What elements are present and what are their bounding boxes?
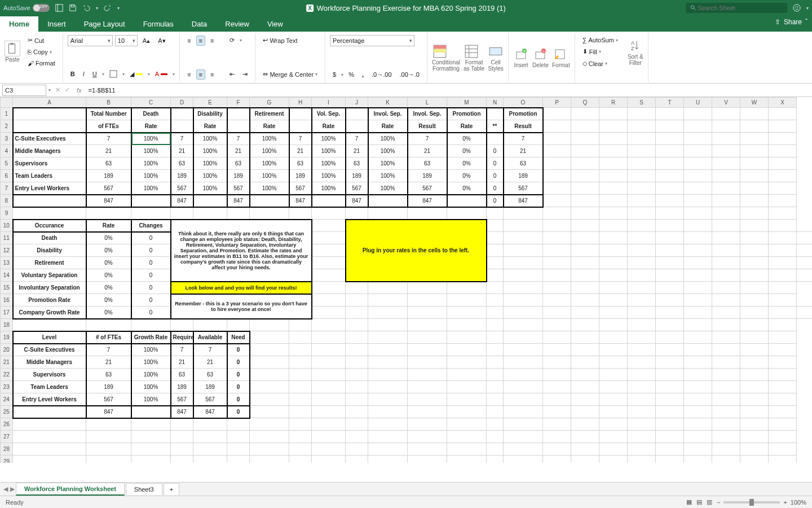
cell[interactable] bbox=[599, 381, 628, 393]
cell[interactable]: Rate bbox=[86, 220, 131, 232]
cell[interactable] bbox=[712, 182, 740, 195]
cell[interactable] bbox=[543, 170, 571, 182]
cell[interactable] bbox=[346, 294, 368, 306]
cell[interactable]: 189 bbox=[171, 170, 193, 182]
borders-button[interactable] bbox=[107, 68, 120, 80]
tab-insert[interactable]: Insert bbox=[38, 16, 75, 32]
cell[interactable]: 100% bbox=[368, 157, 408, 170]
cell[interactable] bbox=[487, 418, 504, 431]
cell[interactable]: 0 bbox=[131, 306, 171, 319]
cell[interactable] bbox=[543, 356, 571, 369]
cell[interactable] bbox=[628, 133, 656, 145]
cell[interactable] bbox=[656, 220, 684, 232]
cell[interactable] bbox=[684, 306, 712, 319]
cell[interactable]: 100% bbox=[131, 182, 171, 195]
cell[interactable] bbox=[289, 443, 312, 456]
col-header-E[interactable]: E bbox=[193, 98, 227, 108]
cell[interactable] bbox=[312, 244, 346, 257]
cell[interactable]: Occurance bbox=[13, 220, 86, 232]
cell[interactable] bbox=[628, 170, 656, 182]
cell[interactable] bbox=[571, 220, 599, 232]
cell[interactable]: 0% bbox=[86, 294, 131, 306]
cell[interactable] bbox=[250, 195, 289, 207]
row-header[interactable]: 14 bbox=[1, 269, 13, 282]
cell[interactable]: Invol. Sep. bbox=[408, 108, 447, 120]
cell[interactable] bbox=[487, 232, 504, 244]
cell[interactable]: 63 bbox=[289, 157, 312, 170]
cell[interactable] bbox=[408, 306, 447, 319]
cell[interactable] bbox=[171, 108, 193, 120]
cell[interactable] bbox=[571, 195, 599, 207]
row-header[interactable]: 13 bbox=[1, 257, 13, 269]
cell[interactable] bbox=[447, 406, 487, 418]
row-header[interactable]: 19 bbox=[1, 331, 13, 344]
cell[interactable]: Entry Level Workers bbox=[13, 393, 86, 406]
cell[interactable] bbox=[599, 232, 628, 244]
cell[interactable] bbox=[571, 282, 599, 294]
account-icon[interactable] bbox=[793, 4, 801, 12]
cell[interactable] bbox=[312, 418, 346, 431]
cell[interactable] bbox=[656, 306, 684, 319]
cell[interactable] bbox=[684, 269, 712, 282]
cell[interactable]: 0 bbox=[131, 282, 171, 294]
cell[interactable] bbox=[250, 207, 289, 220]
cell[interactable] bbox=[599, 207, 628, 220]
cell[interactable]: 0 bbox=[131, 257, 171, 269]
cell[interactable] bbox=[740, 431, 769, 443]
cell[interactable] bbox=[408, 443, 447, 456]
cell[interactable] bbox=[712, 356, 740, 369]
cell[interactable] bbox=[712, 244, 740, 257]
cell[interactable]: 63 bbox=[408, 157, 447, 170]
cell[interactable]: 189 bbox=[86, 170, 131, 182]
cell[interactable]: 567 bbox=[289, 182, 312, 195]
cell[interactable] bbox=[599, 406, 628, 418]
cell[interactable] bbox=[712, 294, 740, 306]
cell[interactable]: 100% bbox=[131, 369, 171, 381]
row-header[interactable]: 15 bbox=[1, 282, 13, 294]
cell[interactable] bbox=[571, 244, 599, 257]
cell[interactable] bbox=[769, 232, 797, 244]
cell[interactable] bbox=[447, 344, 487, 356]
cell[interactable] bbox=[571, 120, 599, 133]
cell[interactable] bbox=[599, 120, 628, 133]
cell[interactable]: 0 bbox=[131, 244, 171, 257]
cell[interactable]: 21 bbox=[171, 145, 193, 157]
cell[interactable] bbox=[504, 257, 543, 269]
layout-icon[interactable] bbox=[55, 4, 63, 12]
cell[interactable] bbox=[408, 406, 447, 418]
cell[interactable] bbox=[571, 393, 599, 406]
cell[interactable]: Death bbox=[131, 108, 171, 120]
cell[interactable] bbox=[289, 369, 312, 381]
cell[interactable]: 0 bbox=[227, 369, 250, 381]
cell[interactable] bbox=[13, 195, 86, 207]
cell[interactable] bbox=[504, 207, 543, 220]
row-header[interactable]: 7 bbox=[1, 182, 13, 195]
cell[interactable] bbox=[769, 182, 797, 195]
cell[interactable] bbox=[487, 207, 504, 220]
row-header[interactable]: 2 bbox=[1, 120, 13, 133]
cell[interactable] bbox=[250, 443, 289, 456]
col-header-C[interactable]: C bbox=[131, 98, 171, 108]
row-header[interactable]: 12 bbox=[1, 244, 13, 257]
cell[interactable]: 63 bbox=[171, 157, 193, 170]
cell[interactable] bbox=[543, 456, 571, 463]
cell[interactable]: 7 bbox=[408, 133, 447, 145]
cell[interactable]: 100% bbox=[368, 133, 408, 145]
cell[interactable] bbox=[543, 294, 571, 306]
cell[interactable]: 189 bbox=[193, 381, 227, 393]
cell[interactable]: 100% bbox=[368, 182, 408, 195]
cell[interactable] bbox=[599, 244, 628, 257]
cell[interactable] bbox=[740, 344, 769, 356]
cell[interactable] bbox=[769, 418, 797, 431]
copy-button[interactable]: ⎘Copy▾ bbox=[25, 47, 58, 57]
cell[interactable]: Death bbox=[13, 232, 86, 244]
cell[interactable] bbox=[289, 381, 312, 393]
increase-font-button[interactable]: A▴ bbox=[140, 36, 153, 46]
col-header-K[interactable]: K bbox=[368, 98, 408, 108]
cell[interactable] bbox=[504, 443, 543, 456]
cell[interactable] bbox=[408, 393, 447, 406]
cell[interactable] bbox=[504, 282, 543, 294]
cell[interactable]: Plug in your rates in the cells to the l… bbox=[346, 220, 487, 282]
cell[interactable] bbox=[13, 207, 86, 220]
cell[interactable] bbox=[408, 418, 447, 431]
